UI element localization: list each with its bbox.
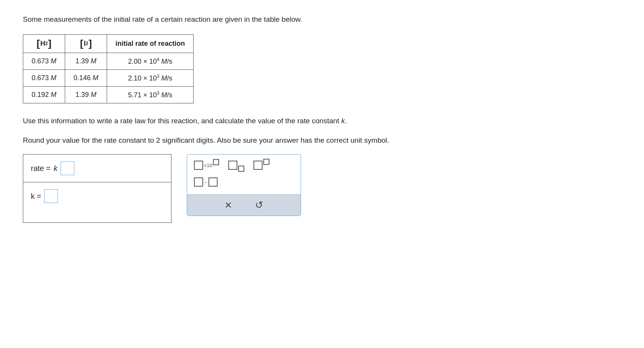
k-label: k = <box>31 192 41 201</box>
cell-rate-1: 2.00 × 104 M/s <box>107 53 194 70</box>
answer-box: rate = k k = <box>23 154 171 223</box>
subscript-button[interactable] <box>228 161 244 170</box>
cell-rate-2: 2.10 × 103 M/s <box>107 70 194 87</box>
superscript-icon <box>253 161 269 170</box>
rate-k-label: k <box>54 164 58 173</box>
subscript-icon <box>228 161 244 170</box>
cell-h2-3: 0.192 M <box>23 87 65 103</box>
cell-i2-2: 0.146 M <box>65 70 107 87</box>
table-row: 0.673 M 0.146 M 2.10 × 103 M/s <box>23 70 194 87</box>
math-action-bar: ✕ ↺ <box>187 194 301 216</box>
col-header-h2: [H2] <box>23 35 65 53</box>
cell-rate-3: 5.71 × 103 M/s <box>107 87 194 103</box>
table-row: 0.192 M 1.39 M 5.71 × 103 M/s <box>23 87 194 103</box>
intro-text: Some measurements of the initial rate of… <box>23 15 621 24</box>
col-header-rate: initial rate of reaction <box>107 35 194 53</box>
k-input[interactable] <box>44 189 58 203</box>
rate-label: rate = <box>31 164 51 173</box>
multiply-button[interactable]: · <box>194 177 218 187</box>
data-table: [H2] [I2] initial rate of reaction 0.673… <box>23 34 194 103</box>
answer-section: rate = k k = ×10 <box>23 154 621 223</box>
superscript-button[interactable] <box>253 161 269 170</box>
clear-button[interactable]: ✕ <box>224 200 232 211</box>
cell-h2-2: 0.673 M <box>23 70 65 87</box>
cell-h2-1: 0.673 M <box>23 53 65 70</box>
math-toolbar-row-2: · <box>194 177 294 187</box>
multiply-icon: · <box>194 177 218 187</box>
rate-row: rate = k <box>23 155 171 182</box>
cell-i2-1: 1.39 M <box>65 53 107 70</box>
undo-icon: ↺ <box>255 199 263 211</box>
col-header-i2: [I2] <box>65 35 107 53</box>
instruction-2: Round your value for the rate constant t… <box>23 135 621 146</box>
undo-button[interactable]: ↺ <box>255 199 263 211</box>
math-toolbar-row-1: ×10 <box>194 161 294 170</box>
k-row: k = <box>23 182 171 210</box>
times10-button[interactable]: ×10 <box>194 161 219 170</box>
instruction-1: Use this information to write a rate law… <box>23 116 621 127</box>
math-toolbar: ×10 <box>187 154 301 216</box>
cell-i2-3: 1.39 M <box>65 87 107 103</box>
times10-icon: ×10 <box>194 161 219 170</box>
clear-icon: ✕ <box>224 200 232 211</box>
table-row: 0.673 M 1.39 M 2.00 × 104 M/s <box>23 53 194 70</box>
rate-input[interactable] <box>61 161 74 175</box>
